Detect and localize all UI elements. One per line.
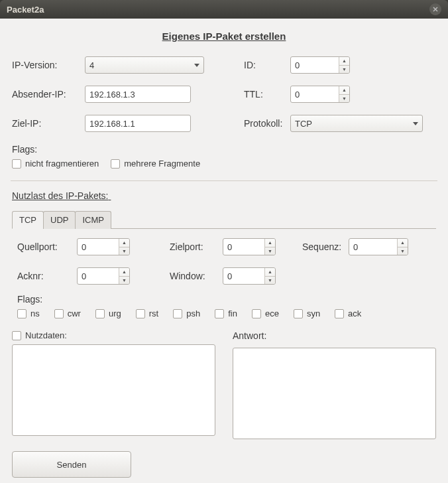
tabbar: TCP UDP ICMP — [12, 210, 436, 229]
acknr-value: 0 — [82, 271, 86, 281]
payload-checkbox[interactable]: Nutzdaten: — [12, 330, 215, 340]
acknr-label: Acknr: — [17, 271, 77, 281]
ttl-value: 0 — [295, 90, 300, 100]
answer-label: Antwort: — [233, 330, 436, 344]
ip-version-value: 4 — [89, 60, 94, 70]
flag-cwr-checkbox[interactable]: cwr — [54, 309, 81, 318]
flag-rst-checkbox[interactable]: rst — [136, 309, 158, 318]
spinner-buttons[interactable]: ▲▼ — [119, 268, 129, 284]
payload-row: Nutzdaten: Antwort: — [12, 330, 436, 439]
acknr-spinner[interactable]: 0 ▲▼ — [77, 267, 130, 285]
ip-version-combo[interactable]: 4 — [85, 56, 204, 74]
srcport-value: 0 — [82, 242, 86, 252]
checkbox-icon — [173, 309, 182, 318]
payload-textarea[interactable] — [12, 344, 215, 436]
chevron-down-icon — [194, 64, 199, 67]
spinner-buttons[interactable]: ▲▼ — [264, 239, 275, 255]
close-icon — [433, 7, 438, 12]
checkbox-icon — [136, 309, 145, 318]
flag-morefrag-checkbox[interactable]: mehrere Fragmente — [111, 159, 200, 169]
flag-nofrag-label: nicht fragmentieren — [25, 159, 99, 169]
ip-form: IP-Version: 4 ID: 0 ▲▼ Absender-IP: 192.… — [12, 56, 436, 132]
tcp-form: Quellport: 0 ▲▼ Zielport: 0 ▲▼ Sequenz: … — [17, 238, 436, 285]
dstport-value: 0 — [227, 242, 232, 252]
flag-psh-checkbox[interactable]: psh — [173, 309, 200, 318]
checkbox-icon — [294, 309, 303, 318]
titlebar: Packet2a — [0, 0, 448, 19]
payload-heading: Nutzlast des IP-Pakets: — [12, 190, 436, 201]
seq-value: 0 — [353, 242, 358, 252]
checkbox-icon — [54, 309, 64, 318]
dest-ip-label: Ziel-IP: — [12, 118, 85, 129]
spinner-buttons[interactable]: ▲▼ — [339, 57, 349, 73]
separator — [11, 180, 437, 181]
dest-ip-value: 192.168.1.1 — [89, 119, 135, 129]
dest-ip-input[interactable]: 192.168.1.1 — [85, 115, 191, 132]
chevron-down-icon — [413, 122, 418, 125]
spinner-buttons[interactable]: ▲▼ — [397, 239, 408, 255]
checkbox-icon — [12, 331, 21, 340]
checkbox-icon — [252, 309, 261, 318]
flag-ack-checkbox[interactable]: ack — [335, 309, 361, 318]
sender-ip-value: 192.168.1.3 — [89, 90, 135, 100]
window-title: Packet2a — [7, 5, 429, 15]
ttl-spinner[interactable]: 0 ▲▼ — [290, 86, 350, 103]
protocol-combo[interactable]: TCP — [290, 115, 423, 132]
spinner-buttons[interactable]: ▲▼ — [264, 268, 275, 284]
id-label: ID: — [244, 60, 290, 70]
close-button[interactable] — [429, 3, 441, 15]
ip-version-label: IP-Version: — [12, 60, 85, 70]
flag-urg-checkbox[interactable]: urg — [95, 309, 121, 318]
sender-ip-label: Absender-IP: — [12, 89, 85, 100]
id-spinner[interactable]: 0 ▲▼ — [290, 56, 350, 74]
dstport-label: Zielport: — [170, 242, 223, 252]
checkbox-icon — [17, 309, 27, 318]
tab-udp[interactable]: UDP — [43, 211, 76, 229]
srcport-label: Quellport: — [17, 242, 77, 252]
tcp-flags: ns cwr urg rst psh fin ece syn ack — [17, 309, 436, 318]
id-value: 0 — [295, 60, 300, 70]
dstport-spinner[interactable]: 0 ▲▼ — [223, 238, 276, 255]
page-heading: Eigenes IP-Paket erstellen — [12, 31, 436, 42]
send-button[interactable]: Senden — [12, 451, 131, 478]
flag-ns-checkbox[interactable]: ns — [17, 309, 40, 318]
flag-ece-checkbox[interactable]: ece — [252, 309, 279, 318]
tcp-flags-label: Flags: — [17, 294, 436, 305]
checkbox-icon — [12, 159, 21, 169]
seq-spinner[interactable]: 0 ▲▼ — [349, 238, 408, 255]
checkbox-icon — [215, 309, 224, 318]
flag-syn-checkbox[interactable]: syn — [294, 309, 320, 318]
payload-label: Nutzdaten: — [25, 330, 67, 340]
ip-flags-section: Flags: nicht fragmentieren mehrere Fragm… — [12, 144, 436, 169]
flag-fin-checkbox[interactable]: fin — [215, 309, 237, 318]
window-value: 0 — [227, 271, 232, 281]
spinner-buttons[interactable]: ▲▼ — [119, 239, 129, 255]
protocol-value: TCP — [295, 119, 312, 129]
checkbox-icon — [335, 309, 344, 318]
window-body: Eigenes IP-Paket erstellen IP-Version: 4… — [0, 19, 448, 483]
window-spinner[interactable]: 0 ▲▼ — [223, 267, 276, 285]
window-label: Window: — [170, 271, 223, 281]
tab-icmp[interactable]: ICMP — [75, 211, 111, 229]
checkbox-icon — [111, 159, 120, 169]
flag-nofrag-checkbox[interactable]: nicht fragmentieren — [12, 159, 99, 169]
tab-tcp[interactable]: TCP — [12, 211, 44, 229]
ip-flags-label: Flags: — [12, 144, 436, 155]
answer-textarea[interactable] — [233, 348, 436, 439]
flag-morefrag-label: mehrere Fragmente — [124, 159, 200, 169]
seq-label: Sequenz: — [302, 242, 349, 252]
sender-ip-input[interactable]: 192.168.1.3 — [85, 86, 191, 103]
checkbox-icon — [95, 309, 105, 318]
srcport-spinner[interactable]: 0 ▲▼ — [77, 238, 130, 255]
protocol-label: Protokoll: — [244, 118, 290, 129]
spinner-buttons[interactable]: ▲▼ — [339, 86, 349, 102]
ttl-label: TTL: — [244, 89, 290, 100]
